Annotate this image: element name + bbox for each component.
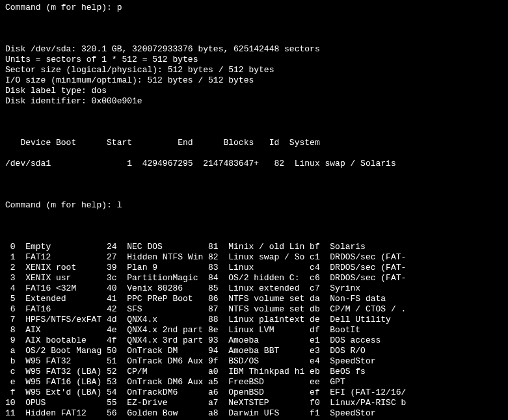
command-input: l: [117, 200, 122, 210]
command-input: p: [117, 3, 122, 12]
partition-type-row: a OS/2 Boot Manag 50 OnTrack DM 94 Amoeb…: [5, 346, 503, 356]
blank-line: [5, 221, 503, 231]
partition-row: /dev/sda1 1 4294967295 2147483647+ 82 Li…: [5, 159, 503, 169]
disk-info-line: Disk identifier: 0x000e901e: [5, 96, 503, 107]
partition-type-row: 7 HPFS/NTFS/exFAT 4d QNX4.x 88 Linux pla…: [5, 315, 503, 325]
partition-type-row: 11 Hidden FAT12 56 Golden Bow a8 Darwin …: [5, 408, 503, 419]
partition-type-row: e W95 FAT16 (LBA) 53 OnTrack DM6 Aux a5 …: [5, 377, 503, 387]
disk-info-line: Disk label type: dos: [5, 86, 503, 96]
partition-type-row: 0 Empty 24 NEC DOS 81 Minix / old Lin bf…: [5, 242, 503, 252]
partition-type-row: 5 Extended 41 PPC PReP Boot 86 NTFS volu…: [5, 294, 503, 304]
partition-type-row: 6 FAT16 42 SFS 87 NTFS volume set db CP/…: [5, 304, 503, 315]
partition-type-row: 3 XENIX usr 3c PartitionMagic 84 OS/2 hi…: [5, 273, 503, 283]
partition-type-row: 4 FAT16 <32M 40 Venix 80286 85 Linux ext…: [5, 283, 503, 294]
blank-line: [5, 23, 503, 34]
partition-type-row: 8 AIX 4e QNX4.x 2nd part 8e Linux LVM df…: [5, 325, 503, 335]
disk-info-line: Disk /dev/sda: 320.1 GB, 320072933376 by…: [5, 44, 503, 55]
partition-type-row: f W95 Ext'd (LBA) 54 OnTrackDM6 a6 OpenB…: [5, 387, 503, 398]
partition-type-row: 9 AIX bootable 4f QNX4.x 3rd part 93 Amo…: [5, 335, 503, 346]
partition-table-header: Device Boot Start End Blocks Id System: [5, 138, 503, 148]
partition-type-row: c W95 FAT32 (LBA) 52 CP/M a0 IBM Thinkpa…: [5, 367, 503, 377]
command-prompt: Command (m for help): l: [5, 200, 503, 211]
blank-line: [5, 117, 503, 127]
terminal-output[interactable]: Command (m for help): p Disk /dev/sda: 3…: [0, 0, 508, 420]
disk-info-line: Sector size (logical/physical): 512 byte…: [5, 65, 503, 75]
command-prompt: Command (m for help): p: [5, 3, 503, 13]
disk-info-line: I/O size (minimum/optimal): 512 bytes / …: [5, 75, 503, 86]
blank-line: [5, 179, 503, 190]
prompt-text: Command (m for help):: [5, 3, 117, 12]
disk-info-line: Units = sectors of 1 * 512 = 512 bytes: [5, 55, 503, 65]
prompt-text: Command (m for help):: [5, 200, 117, 210]
partition-type-row: 1 FAT12 27 Hidden NTFS Win 82 Linux swap…: [5, 252, 503, 263]
partition-type-row: b W95 FAT32 51 OnTrack DM6 Aux 9f BSD/OS…: [5, 356, 503, 367]
partition-type-row: 10 OPUS 55 EZ-Drive a7 NeXTSTEP f0 Linux…: [5, 398, 503, 408]
partition-type-row: 2 XENIX root 39 Plan 9 83 Linux c4 DRDOS…: [5, 263, 503, 273]
